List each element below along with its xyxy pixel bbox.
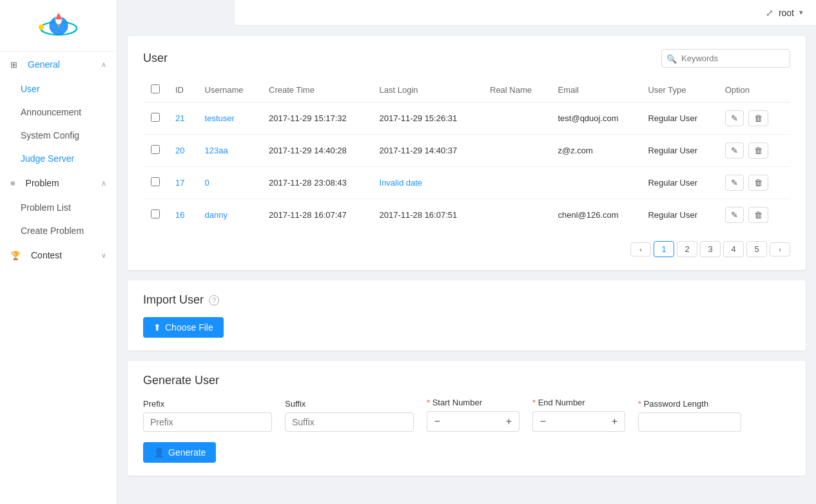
sidebar-item-announcement[interactable]: Announcement [0, 101, 117, 124]
row-checkbox-cell [143, 199, 168, 231]
search-input[interactable] [661, 49, 790, 68]
end-number-decrease-btn[interactable]: − [532, 411, 553, 432]
problem-group-icon: ≡ [10, 179, 15, 188]
general-group-icon: ⊞ [10, 60, 17, 70]
menu-group-header-general[interactable]: ⊞ General ∧ [0, 52, 117, 77]
sidebar-item-user[interactable]: User [0, 77, 117, 101]
sidebar-item-create-problem[interactable]: Create Problem [0, 219, 117, 242]
username-link[interactable]: 123aa [205, 146, 228, 155]
suffix-input[interactable] [285, 412, 414, 432]
cell-username: 0 [197, 167, 261, 199]
table-row: 21testuser2017-11-29 15:17:322017-11-29 … [143, 102, 790, 135]
table-header-row: ID Username Create Time Last Login Real … [143, 78, 790, 102]
prefix-field: Prefix [143, 399, 272, 432]
prev-page-btn[interactable]: ‹ [630, 242, 651, 257]
menu-group-general: ⊞ General ∧ User Announcement System Con… [0, 52, 117, 170]
page-btn-4[interactable]: 4 [723, 241, 744, 257]
row-checkbox-cell [143, 135, 168, 167]
end-number-field: * End Number − 0 + [532, 398, 625, 432]
general-group-label: General [28, 59, 60, 70]
page-btn-3[interactable]: 3 [700, 241, 721, 257]
page-btn-2[interactable]: 2 [677, 241, 697, 257]
start-number-input[interactable]: 0 [447, 411, 499, 432]
start-number-decrease-btn[interactable]: − [427, 411, 447, 432]
delete-user-btn[interactable]: 🗑 [748, 110, 768, 126]
generate-button[interactable]: 👤 Generate [143, 442, 216, 463]
cell-id: 16 [168, 199, 197, 231]
logo-area [0, 0, 117, 52]
delete-user-btn[interactable]: 🗑 [748, 207, 768, 223]
generate-form-row: Prefix Suffix * Start Number [143, 398, 790, 432]
cell-create-time: 2017-11-29 14:40:28 [261, 135, 371, 167]
menu-group-header-contest[interactable]: 🏆 Contest ∨ [0, 242, 117, 268]
choose-file-button[interactable]: ⬆ Choose File [143, 317, 224, 338]
prefix-input[interactable] [143, 412, 272, 432]
col-option: Option [717, 78, 790, 102]
topbar-user[interactable]: ⤢ root ▾ [766, 8, 803, 18]
edit-user-btn[interactable]: ✎ [725, 110, 744, 126]
user-table: ID Username Create Time Last Login Real … [143, 78, 790, 231]
contest-arrow-icon: ∨ [101, 251, 106, 260]
import-help-icon[interactable]: ? [209, 295, 219, 305]
cell-last-login: 2017-11-29 15:26:31 [372, 102, 482, 135]
user-id-link[interactable]: 16 [175, 210, 184, 220]
suffix-label: Suffix [285, 399, 414, 409]
contest-group-icon: 🏆 [10, 251, 21, 260]
cell-id: 17 [168, 167, 197, 199]
sidebar-menu: ⊞ General ∧ User Announcement System Con… [0, 52, 117, 504]
table-row: 20123aa2017-11-29 14:40:282017-11-29 14:… [143, 135, 790, 167]
user-id-link[interactable]: 17 [175, 178, 184, 188]
password-length-label: * Password Length [638, 399, 741, 409]
cell-create-time: 2017-11-28 16:07:47 [261, 199, 371, 231]
cell-email: chenl@126.com [550, 199, 640, 231]
invalid-date-text: Invalid date [380, 178, 423, 188]
cell-option: ✎ 🗑 [717, 167, 790, 199]
password-length-field: * Password Length 8 [638, 399, 741, 432]
row-checkbox[interactable] [151, 113, 160, 122]
col-email: Email [550, 78, 640, 102]
topbar-username: root [779, 8, 794, 18]
delete-user-btn[interactable]: 🗑 [748, 175, 768, 191]
select-all-checkbox[interactable] [151, 84, 160, 93]
username-link[interactable]: testuser [205, 113, 235, 123]
cell-last-login: Invalid date [372, 167, 482, 199]
cell-last-login: 2017-11-28 16:07:51 [372, 199, 482, 231]
general-menu-items: User Announcement System Config Judge Se… [0, 77, 117, 170]
page-btn-1[interactable]: 1 [654, 241, 674, 257]
edit-user-btn[interactable]: ✎ [725, 207, 744, 223]
cell-real-name [482, 167, 550, 199]
sidebar-item-judge-server[interactable]: Judge Server [0, 147, 117, 170]
start-number-increase-btn[interactable]: + [499, 411, 520, 432]
end-number-increase-btn[interactable]: + [605, 411, 625, 432]
menu-group-header-problem[interactable]: ≡ Problem ∧ [0, 170, 117, 196]
user-id-link[interactable]: 20 [175, 146, 184, 155]
import-user-card: Import User ? ⬆ Choose File [128, 280, 806, 351]
problem-arrow-icon: ∧ [101, 179, 106, 188]
user-table-body: 21testuser2017-11-29 15:17:322017-11-29 … [143, 102, 790, 231]
header-checkbox-cell [143, 78, 168, 102]
edit-user-btn[interactable]: ✎ [725, 142, 744, 159]
sidebar-item-problem-list[interactable]: Problem List [0, 196, 117, 219]
cell-user-type: Regular User [640, 167, 717, 199]
password-length-input[interactable]: 8 [638, 412, 741, 432]
generate-btn-label: Generate [168, 447, 206, 458]
row-checkbox[interactable] [151, 145, 160, 154]
next-page-btn[interactable]: › [770, 242, 790, 257]
page-btn-5[interactable]: 5 [746, 241, 767, 257]
username-link[interactable]: 0 [205, 178, 209, 188]
col-real-name: Real Name [482, 78, 550, 102]
row-checkbox[interactable] [151, 177, 160, 186]
sidebar-item-system-config[interactable]: System Config [0, 124, 117, 147]
cell-user-type: Regular User [640, 102, 717, 135]
start-number-label: * Start Number [427, 398, 520, 407]
user-id-link[interactable]: 21 [175, 113, 184, 123]
delete-user-btn[interactable]: 🗑 [748, 142, 768, 159]
row-checkbox[interactable] [151, 209, 160, 218]
col-create-time: Create Time [261, 78, 371, 102]
username-link[interactable]: danny [205, 210, 228, 220]
cell-real-name [482, 102, 550, 135]
cell-user-type: Regular User [640, 135, 717, 167]
edit-user-btn[interactable]: ✎ [725, 175, 744, 191]
user-card-header: User 🔍 [143, 49, 790, 68]
end-number-input[interactable]: 0 [553, 411, 605, 432]
